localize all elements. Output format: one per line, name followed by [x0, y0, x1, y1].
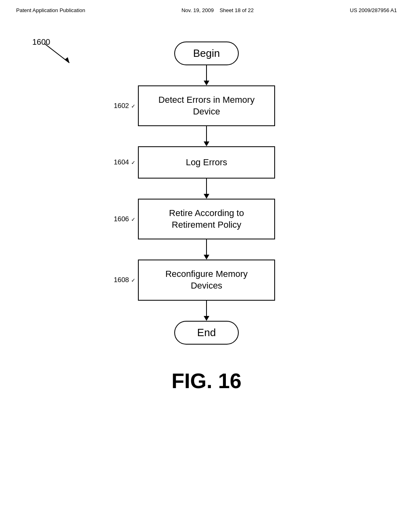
page-header: Patent Application Publication Nov. 19, … — [0, 0, 413, 17]
retire-node-row: 1606 ✓ Retire According to Retirement Po… — [106, 199, 307, 239]
arrow-5 — [204, 301, 209, 321]
arrow-4 — [204, 239, 209, 260]
arrow-3 — [204, 179, 209, 199]
log-node-row: 1604 ✓ Log Errors — [106, 146, 307, 179]
arrow-1 — [204, 65, 209, 85]
flow-wrapper: Begin 1602 ✓ Detect Errors in Memory Dev… — [106, 42, 307, 345]
header-date-sheet: Nov. 19, 2009 Sheet 18 of 22 — [181, 7, 254, 13]
end-node: End — [174, 321, 239, 345]
begin-node: Begin — [174, 42, 239, 65]
detect-node-row: 1602 ✓ Detect Errors in Memory Device — [106, 85, 307, 126]
header-publication: Patent Application Publication — [16, 7, 85, 13]
label-1602: 1602 ✓ — [114, 102, 136, 110]
reconfigure-node: Reconfigure Memory Devices — [138, 260, 275, 300]
reconfigure-node-row: 1608 ✓ Reconfigure Memory Devices — [106, 260, 307, 300]
label-1604: 1604 ✓ — [114, 158, 136, 166]
detect-node: Detect Errors in Memory Device — [138, 85, 275, 126]
flowchart-container: Begin 1602 ✓ Detect Errors in Memory Dev… — [0, 17, 413, 393]
end-node-row: End — [106, 321, 307, 345]
log-node: Log Errors — [138, 146, 275, 179]
begin-node-row: Begin — [106, 42, 307, 65]
figure-label: FIG. 16 — [171, 369, 241, 393]
header-patent-number: US 2009/287956 A1 — [350, 7, 397, 13]
retire-node: Retire According to Retirement Policy — [138, 199, 275, 239]
arrow-2 — [204, 126, 209, 146]
label-1606: 1606 ✓ — [114, 215, 136, 223]
label-1608: 1608 ✓ — [114, 276, 136, 284]
